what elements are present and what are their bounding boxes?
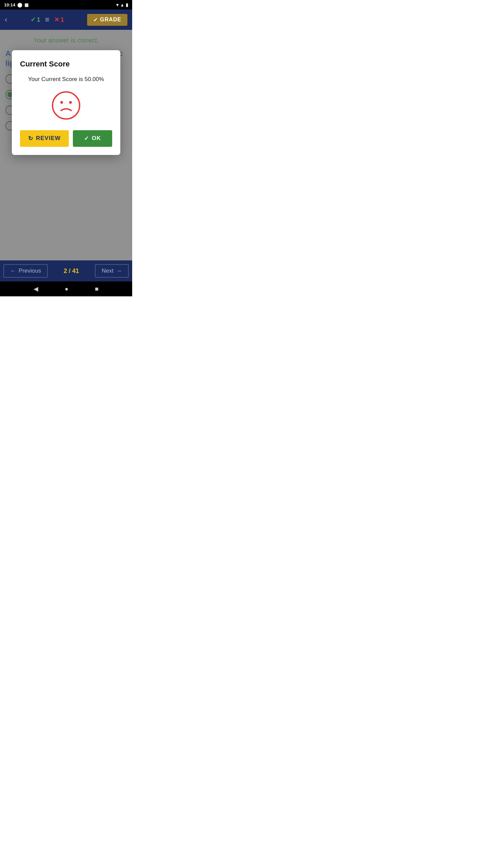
svg-point-1	[60, 101, 63, 104]
android-recents-button[interactable]: ■	[95, 285, 99, 293]
sad-face-container	[20, 90, 112, 121]
next-button[interactable]: Next →	[95, 264, 129, 278]
back-button[interactable]: ‹	[5, 15, 7, 24]
grade-button[interactable]: ✓ GRADE	[87, 14, 127, 26]
review-icon: ↻	[28, 135, 33, 142]
status-bar: 10:14 ⬤ ▦ ▾ ▲ ▮	[0, 0, 132, 9]
android-home-button[interactable]: ●	[65, 285, 68, 293]
page-indicator: 2 / 41	[64, 268, 79, 275]
sad-face-icon	[51, 90, 81, 121]
previous-button[interactable]: ← Previous	[3, 264, 48, 278]
status-icon-sim: ▦	[24, 2, 28, 7]
signal-icon: ▲	[120, 2, 124, 7]
next-arrow-icon: →	[116, 268, 122, 274]
x-icon: ✕	[54, 16, 59, 23]
prev-arrow-icon: ←	[10, 268, 16, 274]
modal-buttons: ↻ REVIEW ✓ OK	[20, 130, 112, 147]
svg-point-2	[69, 101, 72, 104]
main-content: Your answer is correct. A flashing yello…	[0, 30, 132, 260]
modal-score-text: Your Current Score is 50.00%	[20, 75, 112, 83]
ok-check-icon: ✓	[84, 135, 89, 142]
android-back-button[interactable]: ◀	[34, 285, 38, 293]
check-icon: ✓	[30, 16, 36, 23]
top-nav: ‹ ✓ 1 ≡ ✕ 1 ✓ GRADE	[0, 9, 132, 30]
nav-divider: ≡	[45, 15, 49, 24]
modal-title: Current Score	[20, 60, 112, 68]
svg-point-0	[53, 92, 80, 119]
android-nav-bar: ◀ ● ■	[0, 281, 132, 296]
wifi-icon: ▾	[116, 2, 119, 7]
score-group: ✓ 1 ≡ ✕ 1	[12, 15, 82, 24]
correct-count: ✓ 1	[30, 16, 40, 23]
battery-icon: ▮	[126, 2, 128, 7]
modal-overlay: Current Score Your Current Score is 50.0…	[0, 30, 132, 260]
review-button[interactable]: ↻ REVIEW	[20, 130, 69, 147]
status-time: 10:14	[4, 2, 15, 7]
ok-button[interactable]: ✓ OK	[73, 130, 112, 147]
grade-check-icon: ✓	[93, 17, 98, 23]
status-icon-circle: ⬤	[17, 2, 22, 7]
bottom-nav: ← Previous 2 / 41 Next →	[0, 260, 132, 281]
incorrect-count: ✕ 1	[54, 16, 64, 23]
score-modal: Current Score Your Current Score is 50.0…	[12, 50, 120, 155]
